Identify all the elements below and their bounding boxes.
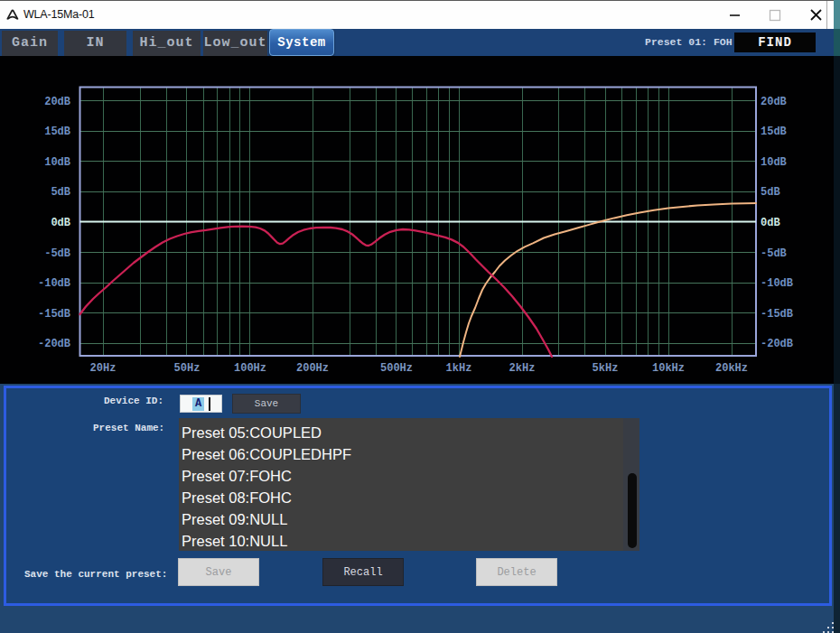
svg-text:-15dB: -15dB <box>761 308 793 321</box>
svg-text:20Hz: 20Hz <box>90 362 117 375</box>
svg-text:-10dB: -10dB <box>38 277 70 290</box>
svg-text:10kHz: 10kHz <box>652 362 685 375</box>
svg-text:100Hz: 100Hz <box>234 362 266 375</box>
svg-text:20kHz: 20kHz <box>715 362 748 375</box>
svg-text:5dB: 5dB <box>761 186 780 199</box>
svg-text:15dB: 15dB <box>44 126 70 138</box>
svg-text:10dB: 10dB <box>44 156 70 169</box>
svg-text:20dB: 20dB <box>44 96 70 108</box>
svg-text:-5dB: -5dB <box>761 247 787 260</box>
svg-text:5kHz: 5kHz <box>593 362 619 375</box>
svg-text:-15dB: -15dB <box>38 308 70 321</box>
svg-text:10dB: 10dB <box>761 156 787 169</box>
svg-text:20dB: 20dB <box>761 96 787 108</box>
svg-text:-20dB: -20dB <box>38 338 70 350</box>
svg-text:-10dB: -10dB <box>761 277 793 290</box>
svg-text:50Hz: 50Hz <box>174 362 201 375</box>
svg-text:200Hz: 200Hz <box>296 362 329 375</box>
svg-text:0dB: 0dB <box>761 217 780 229</box>
svg-text:500Hz: 500Hz <box>380 362 413 375</box>
svg-text:1kHz: 1kHz <box>446 362 472 375</box>
svg-text:2kHz: 2kHz <box>509 362 536 375</box>
svg-text:5dB: 5dB <box>51 186 70 199</box>
svg-text:0dB: 0dB <box>51 217 70 229</box>
svg-text:15dB: 15dB <box>761 126 787 138</box>
svg-text:-5dB: -5dB <box>44 247 70 260</box>
svg-text:-20dB: -20dB <box>761 338 793 350</box>
